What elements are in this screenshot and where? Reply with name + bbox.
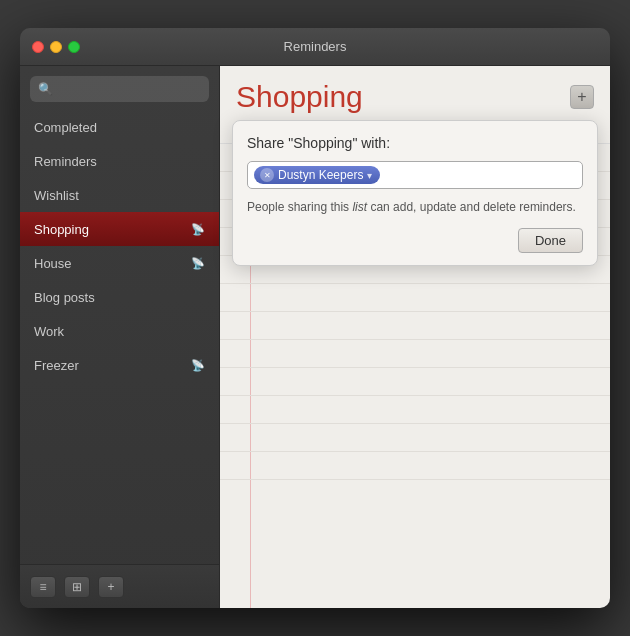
traffic-lights <box>32 41 80 53</box>
chevron-down-icon: ▾ <box>367 170 372 181</box>
user-icon: ✕ <box>260 168 274 182</box>
window-title: Reminders <box>80 39 550 54</box>
sidebar-item-work[interactable]: Work <box>20 314 219 348</box>
sidebar-footer: ≡ ⊞ + <box>20 564 219 608</box>
close-button[interactable] <box>32 41 44 53</box>
sidebar-item-label: Blog posts <box>34 290 205 305</box>
share-dialog-title: Share "Shopping" with: <box>247 135 583 151</box>
add-list-button[interactable]: + <box>98 576 124 598</box>
sidebar-item-label: Wishlist <box>34 188 205 203</box>
app-window: Reminders 🔍 Completed Reminders Wishlist <box>20 28 610 608</box>
minimize-button[interactable] <box>50 41 62 53</box>
sidebar-item-blog-posts[interactable]: Blog posts <box>20 280 219 314</box>
rss-icon: 📡 <box>191 359 205 372</box>
panel-header: Shopping + <box>220 66 610 114</box>
search-box[interactable]: 🔍 <box>30 76 209 102</box>
share-tag-user[interactable]: ✕ Dustyn Keepers ▾ <box>254 166 380 184</box>
share-description-list: list <box>352 200 367 214</box>
sidebar-item-label: Freezer <box>34 358 191 373</box>
share-tags-area[interactable]: ✕ Dustyn Keepers ▾ <box>247 161 583 189</box>
sidebar-item-wishlist[interactable]: Wishlist <box>20 178 219 212</box>
list-icon: ≡ <box>39 580 46 594</box>
list-view-button[interactable]: ≡ <box>30 576 56 598</box>
paper-line <box>220 452 610 480</box>
main-panel: Shopping + 132 Completed › Share "Shoppi… <box>220 66 610 608</box>
add-icon: + <box>107 580 114 594</box>
grid-view-button[interactable]: ⊞ <box>64 576 90 598</box>
add-reminder-button[interactable]: + <box>570 85 594 109</box>
sidebar-items-list: Completed Reminders Wishlist Shopping 📡 … <box>20 110 219 564</box>
sidebar-item-label: Work <box>34 324 205 339</box>
share-tag-label: Dustyn Keepers <box>278 168 363 182</box>
rss-icon: 📡 <box>191 223 205 236</box>
rss-icon: 📡 <box>191 257 205 270</box>
main-content: 🔍 Completed Reminders Wishlist Shopping … <box>20 66 610 608</box>
grid-icon: ⊞ <box>72 580 82 594</box>
sidebar-item-freezer[interactable]: Freezer 📡 <box>20 348 219 382</box>
panel-title: Shopping <box>236 80 363 114</box>
sidebar-item-reminders[interactable]: Reminders <box>20 144 219 178</box>
sidebar-item-label: Completed <box>34 120 205 135</box>
paper-line <box>220 312 610 340</box>
sidebar-item-label: House <box>34 256 191 271</box>
sidebar-item-shopping[interactable]: Shopping 📡 <box>20 212 219 246</box>
sidebar: 🔍 Completed Reminders Wishlist Shopping … <box>20 66 220 608</box>
search-icon: 🔍 <box>38 82 53 96</box>
paper-line <box>220 396 610 424</box>
titlebar: Reminders <box>20 28 610 66</box>
share-description: People sharing this list can add, update… <box>247 199 583 216</box>
paper-line <box>220 368 610 396</box>
paper-line <box>220 284 610 312</box>
sidebar-item-label: Shopping <box>34 222 191 237</box>
share-dialog: Share "Shopping" with: ✕ Dustyn Keepers … <box>232 120 598 266</box>
paper-line <box>220 424 610 452</box>
share-actions: Done <box>247 228 583 253</box>
sidebar-item-completed[interactable]: Completed <box>20 110 219 144</box>
search-input[interactable] <box>58 82 208 96</box>
sidebar-item-label: Reminders <box>34 154 205 169</box>
paper-line <box>220 340 610 368</box>
done-button[interactable]: Done <box>518 228 583 253</box>
sidebar-item-house[interactable]: House 📡 <box>20 246 219 280</box>
maximize-button[interactable] <box>68 41 80 53</box>
